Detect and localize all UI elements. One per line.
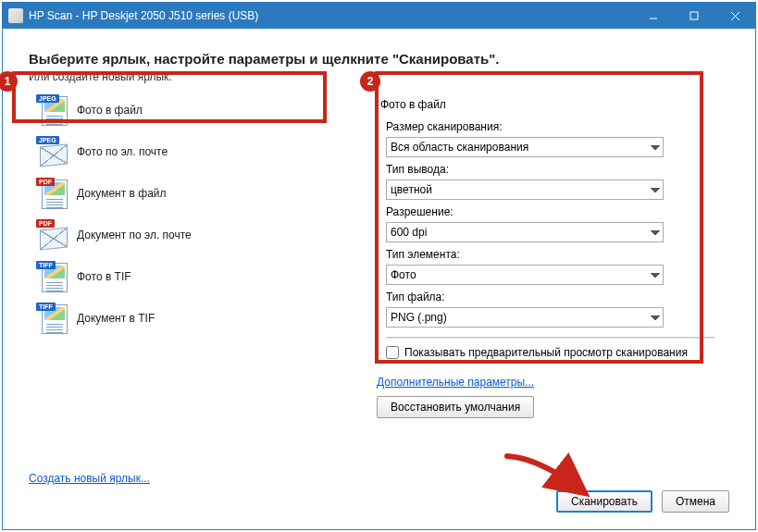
format-badge: PDF: [36, 219, 55, 228]
document-icon: TIFF: [36, 261, 68, 292]
divider: [386, 337, 715, 339]
annotation-badge-1: 1: [0, 71, 18, 92]
shortcut-label: Фото в файл: [77, 104, 143, 117]
annotation-arrow: [503, 449, 595, 504]
shortcut-item[interactable]: PDFДокумент в файл: [29, 172, 362, 214]
shortcut-list: JPEGФото в файлJPEGФото по эл. почтеPDFД…: [29, 89, 362, 418]
format-badge: TIFF: [36, 261, 56, 269]
shortcut-item[interactable]: TIFFФото в TIF: [29, 255, 362, 297]
page-heading: Выберите ярлык, настройте параметры и ще…: [29, 51, 729, 67]
scan-size-label: Размер сканирования:: [386, 120, 720, 133]
preview-checkbox-label: Показывать предварительный просмотр скан…: [404, 346, 688, 359]
shortcut-label: Фото в TIF: [77, 270, 131, 283]
maximize-icon: [690, 11, 699, 20]
settings-panel: Фото в файл Размер сканирования: Вся обл…: [371, 91, 729, 368]
close-icon: [730, 11, 740, 21]
format-badge: TIFF: [36, 303, 56, 311]
item-type-label: Тип элемента:: [386, 248, 720, 261]
envelope-icon: JPEG: [36, 136, 68, 167]
document-icon: JPEG: [36, 94, 68, 126]
format-badge: JPEG: [36, 136, 59, 144]
envelope-icon: PDF: [36, 219, 68, 251]
shortcut-item[interactable]: TIFFДокумент в TIF: [29, 297, 362, 339]
item-type-select[interactable]: Фото: [386, 265, 664, 285]
preview-checkbox[interactable]: [386, 346, 399, 359]
window-title: HP Scan - HP Deskjet 2050 J510 series (U…: [29, 9, 258, 22]
resolution-select[interactable]: 600 dpi: [386, 222, 664, 242]
resolution-label: Разрешение:: [386, 205, 720, 218]
minimize-button[interactable]: [633, 3, 674, 29]
panel-title: Фото в файл: [380, 98, 720, 111]
shortcut-item[interactable]: JPEGФото в файл: [29, 89, 362, 130]
shortcut-label: Фото по эл. почте: [77, 145, 168, 158]
format-badge: JPEG: [36, 94, 59, 103]
close-button[interactable]: [715, 3, 755, 29]
extra-params-link[interactable]: Дополнительные параметры...: [377, 376, 534, 389]
app-icon: [8, 8, 23, 23]
shortcut-label: Документ в файл: [77, 187, 167, 200]
document-icon: PDF: [36, 178, 68, 209]
shortcut-item[interactable]: PDFДокумент по эл. почте: [29, 214, 362, 255]
output-type-select[interactable]: цветной: [386, 179, 664, 200]
cancel-button[interactable]: Отмена: [662, 490, 729, 513]
output-type-label: Тип вывода:: [386, 163, 720, 176]
file-type-select[interactable]: PNG (.png): [386, 307, 664, 328]
shortcut-label: Документ в TIF: [77, 312, 155, 325]
create-shortcut-link[interactable]: Создать новый ярлык...: [29, 472, 150, 485]
restore-defaults-button[interactable]: Восстановить умолчания: [377, 396, 534, 418]
shortcut-label: Документ по эл. почте: [77, 229, 192, 241]
titlebar: HP Scan - HP Deskjet 2050 J510 series (U…: [3, 3, 755, 29]
document-icon: TIFF: [36, 303, 68, 334]
svg-rect-1: [690, 12, 698, 19]
format-badge: PDF: [36, 178, 55, 186]
scan-size-select[interactable]: Вся область сканирования: [386, 137, 664, 157]
maximize-button[interactable]: [674, 3, 715, 29]
window: HP Scan - HP Deskjet 2050 J510 series (U…: [2, 2, 756, 530]
shortcut-item[interactable]: JPEGФото по эл. почте: [29, 130, 362, 172]
file-type-label: Тип файла:: [386, 291, 720, 303]
minimize-icon: [649, 11, 658, 20]
annotation-badge-2: 2: [360, 71, 380, 92]
